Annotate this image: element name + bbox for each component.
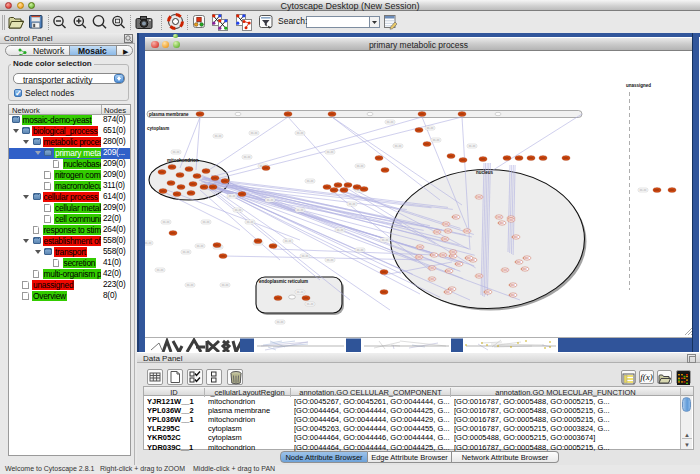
svg-text:xxxx: xxxx: [496, 215, 502, 219]
svg-text:xx-xx: xx-xx: [250, 131, 257, 135]
svg-text:xxxx: xxxx: [460, 159, 466, 162]
svg-text:xxxx: xxxx: [376, 157, 382, 160]
svg-text:xxxx: xxxx: [345, 184, 351, 187]
svg-text:xx-xx: xx-xx: [186, 283, 193, 287]
svg-text:xxxx: xxxx: [480, 158, 486, 161]
svg-text:xxxx: xxxx: [170, 232, 176, 235]
svg-text:xxxx: xxxx: [417, 245, 423, 249]
svg-text:xxxx: xxxx: [275, 297, 281, 300]
svg-text:cytoplasm: cytoplasm: [147, 126, 169, 131]
svg-text:xxxx: xxxx: [459, 113, 465, 116]
svg-text:xxxx: xxxx: [186, 168, 192, 171]
svg-text:xxxx: xxxx: [381, 291, 387, 294]
svg-text:xxxx: xxxx: [445, 269, 451, 273]
svg-text:xx-xx: xx-xx: [172, 150, 179, 154]
svg-text:xx-xx: xx-xx: [214, 134, 221, 138]
svg-text:xx-xx: xx-xx: [284, 239, 291, 243]
svg-text:xx-xx: xx-xx: [296, 290, 303, 294]
svg-text:xxxx: xxxx: [540, 157, 546, 160]
svg-text:xx-xx: xx-xx: [145, 241, 152, 245]
svg-text:xx-xx: xx-xx: [468, 144, 475, 148]
svg-text:xxxx: xxxx: [502, 268, 508, 272]
svg-text:xxxx: xxxx: [201, 186, 207, 189]
svg-text:xxxx: xxxx: [484, 290, 490, 294]
svg-text:xxxx: xxxx: [465, 256, 471, 260]
svg-text:xxxx: xxxx: [203, 170, 209, 173]
svg-text:xxxx: xxxx: [220, 255, 226, 258]
svg-text:xxxx: xxxx: [429, 277, 435, 281]
svg-text:mitochondrion: mitochondrion: [167, 158, 199, 163]
svg-text:xxxx: xxxx: [452, 215, 458, 219]
svg-text:xxxx: xxxx: [335, 184, 341, 187]
svg-text:xxxx: xxxx: [445, 229, 451, 233]
svg-text:xxxx: xxxx: [429, 266, 435, 270]
svg-text:xxxx: xxxx: [159, 171, 165, 174]
svg-text:xxxx: xxxx: [416, 129, 422, 132]
svg-text:xx-xx: xx-xx: [306, 179, 313, 183]
svg-text:xx-xx: xx-xx: [394, 144, 401, 148]
svg-text:xxxx: xxxx: [440, 253, 446, 257]
svg-text:xx-xx: xx-xx: [356, 248, 363, 252]
svg-text:xxxx: xxxx: [270, 245, 276, 248]
svg-text:xxxx: xxxx: [448, 155, 454, 158]
svg-text:xx-xx: xx-xx: [381, 238, 388, 242]
svg-text:xx-xx: xx-xx: [336, 228, 343, 232]
svg-text:xxxx: xxxx: [521, 267, 527, 271]
svg-text:xxxx: xxxx: [382, 169, 388, 172]
svg-text:xxxx: xxxx: [419, 113, 425, 116]
svg-text:xx-xx: xx-xx: [301, 254, 308, 258]
svg-text:plasma membrane: plasma membrane: [149, 112, 189, 117]
svg-text:xxxx: xxxx: [381, 271, 387, 274]
svg-text:xxxx: xxxx: [464, 229, 470, 233]
svg-text:xx-xx: xx-xx: [243, 155, 250, 159]
svg-text:xxxx: xxxx: [190, 183, 196, 186]
svg-text:xx-xx: xx-xx: [639, 188, 646, 192]
svg-text:xxxx: xxxx: [239, 193, 245, 196]
svg-text:xxxx: xxxx: [508, 218, 514, 222]
svg-text:xxxx: xxxx: [361, 188, 367, 191]
svg-text:unassigned: unassigned: [626, 83, 651, 88]
svg-text:xx-xx: xx-xx: [234, 208, 241, 212]
svg-text:xxxx: xxxx: [416, 255, 422, 259]
svg-text:xxxx: xxxx: [509, 293, 515, 297]
svg-text:xxxx: xxxx: [324, 186, 330, 189]
svg-text:xx-xx: xx-xx: [426, 126, 433, 130]
svg-text:xx-xx: xx-xx: [432, 138, 439, 142]
svg-text:xx-xx: xx-xx: [348, 202, 355, 206]
svg-text:xxxx: xxxx: [169, 166, 175, 169]
svg-text:xx-xx: xx-xx: [296, 131, 303, 135]
svg-text:xxxx: xxxx: [669, 189, 675, 192]
svg-text:xxxx: xxxx: [509, 283, 515, 287]
svg-text:xxxx: xxxx: [476, 274, 482, 278]
svg-text:xxxx: xxxx: [430, 253, 436, 257]
svg-text:xxxx: xxxx: [442, 237, 448, 241]
svg-text:xxxx: xxxx: [354, 186, 360, 189]
svg-text:xxxx: xxxx: [515, 260, 521, 264]
svg-text:xxxx: xxxx: [329, 113, 335, 116]
svg-text:xxxx: xxxx: [212, 177, 218, 180]
svg-text:xxxx: xxxx: [528, 157, 534, 160]
svg-text:xx-xx: xx-xx: [221, 283, 228, 287]
svg-text:xxxx: xxxx: [455, 262, 461, 266]
svg-text:xxxx: xxxx: [222, 180, 228, 183]
svg-text:xxxx: xxxx: [255, 240, 261, 243]
svg-text:nucleus: nucleus: [476, 170, 494, 175]
svg-text:xxxx: xxxx: [197, 113, 203, 116]
svg-text:xxxx: xxxx: [523, 256, 529, 260]
svg-text:xx-xx: xx-xx: [276, 320, 283, 324]
svg-text:xx-xx: xx-xx: [326, 150, 333, 154]
svg-text:xx-xx: xx-xx: [228, 194, 235, 198]
svg-text:xxxx: xxxx: [444, 290, 450, 294]
svg-text:xx-xx: xx-xx: [386, 120, 393, 124]
svg-text:xxxx: xxxx: [443, 222, 449, 226]
svg-text:xx-xx: xx-xx: [326, 258, 333, 262]
svg-text:xxxx: xxxx: [516, 157, 522, 160]
svg-text:xxxx: xxxx: [654, 189, 660, 192]
svg-text:xxxx: xxxx: [214, 244, 220, 247]
svg-text:xx-xx: xx-xx: [202, 220, 209, 224]
svg-text:xx-xx: xx-xx: [306, 302, 313, 306]
svg-text:xxxx: xxxx: [563, 157, 569, 160]
svg-text:xxxx: xxxx: [504, 157, 510, 160]
svg-text:xxxx: xxxx: [498, 221, 504, 225]
svg-text:xx-xx: xx-xx: [182, 250, 189, 254]
